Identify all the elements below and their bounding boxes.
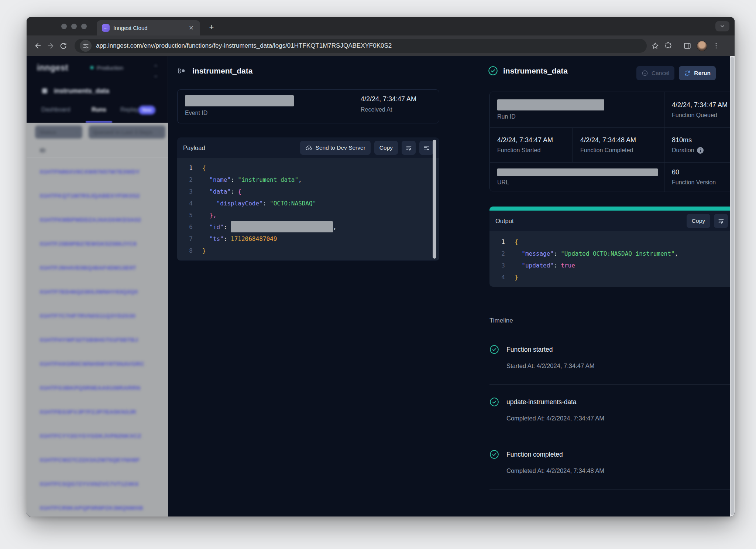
tab-runs[interactable]: Runs — [92, 106, 106, 113]
payload-card: Payload Send to Dev Server Copy — [177, 137, 439, 261]
timeline-item-title: update-instruments-data — [506, 398, 577, 406]
new-tab-button[interactable]: + — [206, 22, 217, 33]
timeline-item: update-instruments-dataCompleted At: 4/2… — [489, 385, 735, 437]
tab-search-chevron-icon[interactable] — [715, 21, 729, 31]
run-id-link[interactable]: 01HTFKQT1M7RSJQABEXYF0K0S2 — [40, 192, 140, 199]
rerun-button[interactable]: Rerun — [679, 66, 716, 80]
back-button[interactable] — [32, 40, 44, 52]
browser-tab[interactable]: ••• Inngest Cloud ✕ — [97, 20, 200, 35]
browser-window: ••• Inngest Cloud ✕ + — [27, 17, 735, 516]
run-id-link[interactable]: 01HTFCR9KAPQP0R8PZK3MQNMXB — [40, 505, 143, 511]
output-card: Output Copy — [489, 207, 735, 287]
timeline-item-subtitle: Completed At: 4/2/2024, 7:34:47 AM — [506, 415, 735, 422]
run-id-link[interactable]: 01HTFCSQG7ZYVXNZVC7VT1Z4K6 — [40, 481, 138, 487]
line-number: 4 — [489, 274, 505, 281]
run-id-link[interactable]: 01HTFCYY2GYGYGDKJVP82NKXCZ — [40, 433, 141, 439]
run-id-link[interactable]: 01HTFCW27CZ2X3AZM75QEYNH8F — [40, 457, 140, 463]
timeline-check-icon — [489, 345, 499, 354]
timeline-section: Timeline Function startedStarted At: 4/2… — [489, 311, 735, 490]
forward-button[interactable] — [44, 40, 57, 52]
code-line: 5}, — [177, 209, 439, 221]
function-queued-label: Function Queued — [672, 112, 735, 119]
event-panel-header: instrument_data — [177, 66, 252, 76]
timeline-item: Function startedStarted At: 4/2/2024, 7:… — [489, 332, 735, 384]
payload-scrollbar[interactable] — [433, 140, 436, 259]
timeline-check-icon — [489, 397, 499, 407]
run-id-list-item: 01HTFEG3FVJP7FZJP7EA5KN3JR — [40, 400, 144, 424]
run-id-cell: Run ID — [490, 92, 664, 127]
run-id-link[interactable]: 01HTFN86XV8CXW87657W7E3WDY — [40, 168, 140, 175]
reload-button[interactable] — [57, 40, 69, 52]
date-range-filter-dropdown[interactable]: Queued in Last 3 Days ▾ — [89, 126, 165, 139]
run-id-link[interactable]: 01HTFHXGR0CWNH5WY8T5NAVGRC — [40, 361, 144, 367]
cancel-button[interactable]: Cancel — [636, 66, 674, 80]
timeline-items: Function startedStarted At: 4/2/2024, 7:… — [489, 332, 735, 490]
sidebar-header: inngest Production ⌃⌄ — [27, 56, 168, 79]
page-scrollbar[interactable] — [730, 56, 735, 516]
run-id-list-item: 01HTFHXGR0CWNH5WY8T5NAVGRC — [40, 352, 144, 376]
bookmark-star-icon[interactable] — [651, 42, 659, 50]
window-minimize-button[interactable] — [71, 24, 77, 29]
event-title: instrument_data — [192, 67, 252, 75]
word-wrap-icon — [718, 218, 725, 225]
date-range-filter-label: Queued in Last 3 Days — [93, 129, 152, 135]
send-to-dev-server-button[interactable]: Send to Dev Server — [300, 141, 371, 155]
rerun-refresh-icon — [684, 70, 691, 76]
received-at-value: 4/2/24, 7:34:47 AM — [361, 95, 437, 103]
output-word-wrap-button[interactable] — [714, 214, 728, 228]
sidebar-redacted-overlay: Status ▾ Queued in Last 3 Days ▾ ID 01HT… — [27, 123, 168, 516]
environment-selector[interactable]: Production — [90, 65, 123, 71]
tab-replay[interactable]: Replay — [120, 106, 139, 113]
function-completed-cell: 4/2/24, 7:34:48 AM Function Completed — [573, 127, 664, 162]
run-id-link[interactable]: 01HTFJ9H4VE0BQ48AF4DM13E9T — [40, 265, 136, 271]
chevron-down-icon: ▾ — [159, 130, 161, 135]
payload-copy-button[interactable]: Copy — [374, 141, 398, 155]
run-id-list-item: 01HTFCR9KAPQP0R8PZK3MQNMXB — [40, 496, 144, 516]
environment-switcher-icon[interactable]: ⌃⌄ — [153, 64, 159, 79]
run-id-link[interactable]: 01HTFEG3FVJP7FZJP7EA5KN3JR — [40, 409, 136, 415]
run-id-link[interactable]: 01HTFKMBPMDDZAJ4AG04KD3A02 — [40, 216, 141, 223]
profile-avatar[interactable] — [697, 41, 707, 51]
output-toolbar: Output Copy — [489, 211, 735, 231]
output-copy-button[interactable]: Copy — [687, 214, 710, 228]
code-line: 2"name": "instrument_data", — [177, 174, 439, 185]
app-content: inngest Production ⌃⌄ instruments_data D… — [27, 56, 735, 516]
duration-info-icon[interactable]: i — [697, 147, 704, 154]
event-panel: instrument_data Event ID 4/2/24, 7:34:47… — [168, 56, 458, 516]
event-id-card: Event ID 4/2/24, 7:34:47 AM Received At — [177, 89, 439, 123]
timeline-item-subtitle: Started At: 4/2/2024, 7:34:47 AM — [506, 362, 735, 369]
run-id-list: 01HTFN86XV8CXW87657W7E3WDY01HTFKQT1M7RSJ… — [40, 160, 144, 516]
tab-close-icon[interactable]: ✕ — [188, 24, 195, 32]
run-id-list-item: 01HTFJ9H4VE0BQ48AF4DM13E9T — [40, 256, 144, 280]
extensions-icon[interactable] — [664, 42, 673, 50]
run-id-link[interactable]: 01HTFG3BKPQ5R9EAA9108RARRN — [40, 385, 140, 391]
function-icon — [42, 88, 47, 93]
window-close-button[interactable] — [61, 24, 67, 29]
sidebar-tabs: Dashboard Runs Replay New — [27, 101, 168, 123]
url-address-bar[interactable]: app.inngest.com/env/production/functions… — [75, 39, 647, 53]
run-id-list-item: 01HTFG3BKPQ5R9EAA9108RARRN — [40, 376, 144, 400]
send-to-dev-server-label: Send to Dev Server — [316, 144, 365, 151]
run-id-link[interactable]: 01HTFHYWF32TSB9HGT01F5BTBJ — [40, 337, 138, 343]
site-settings-icon[interactable] — [80, 40, 92, 52]
payload-copy-label: Copy — [379, 144, 393, 151]
function-version-value: 60 — [672, 168, 735, 176]
run-id-link[interactable]: 01HTF7C7HF7RVN0S11Q3YD2S30 — [40, 313, 135, 319]
line-number: 3 — [177, 188, 193, 195]
run-id-link[interactable]: 01HTF7ED46Q238SJWNHY83Q2Q0 — [40, 289, 138, 295]
browser-menu-icon[interactable] — [712, 42, 720, 50]
word-wrap-button[interactable] — [402, 141, 416, 155]
window-zoom-button[interactable] — [81, 24, 87, 29]
expand-rows-button[interactable] — [419, 141, 433, 155]
timeline-item-subtitle: Completed At: 4/2/2024, 7:34:48 AM — [506, 467, 735, 474]
tab-dashboard[interactable]: Dashboard — [41, 106, 70, 113]
line-number: 2 — [177, 176, 193, 183]
function-version-label: Function Version — [672, 179, 735, 186]
function-started-value: 4/2/24, 7:34:47 AM — [497, 136, 565, 144]
replay-new-badge: New — [138, 106, 155, 115]
run-id-link[interactable]: 01HTFJ3B9PB27EWGK5Z086JYC8 — [40, 241, 137, 247]
side-panel-icon[interactable] — [683, 42, 691, 50]
toolbar-divider — [678, 42, 678, 50]
status-filter-dropdown[interactable]: Status ▾ — [35, 126, 82, 139]
browser-toolbar: app.inngest.com/env/production/functions… — [27, 35, 735, 56]
